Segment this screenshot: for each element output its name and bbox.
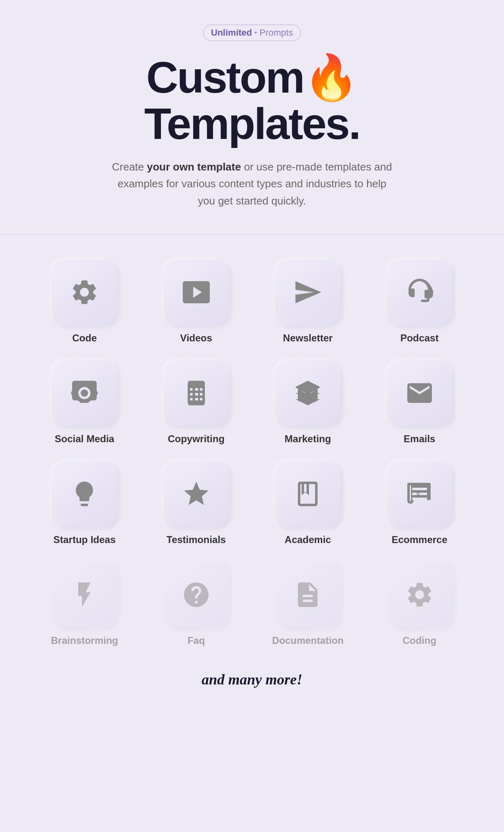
badge-unlimited: Unlimited <box>211 27 252 38</box>
icon-box-newsletter <box>275 259 341 325</box>
category-label-brainstorming: Brainstorming <box>51 635 118 646</box>
category-label-emails: Emails <box>404 433 435 445</box>
lightning-icon <box>70 580 99 609</box>
book-icon <box>293 479 322 509</box>
category-label-startup-ideas: Startup Ideas <box>53 534 116 546</box>
headphones-icon <box>405 277 434 307</box>
icon-box-marketing <box>275 360 341 426</box>
icon-box-social-media <box>52 360 117 426</box>
category-label-faq: Faq <box>187 635 205 646</box>
badge-dot: • <box>254 29 257 37</box>
category-label-academic: Academic <box>285 534 331 546</box>
category-item-copywriting[interactable]: Copywriting <box>145 360 248 445</box>
badge-prompts: Prompts <box>259 27 293 38</box>
category-label-testimonials: Testimonials <box>166 534 226 546</box>
icon-box-faq <box>163 562 229 627</box>
category-label-videos: Videos <box>180 332 212 344</box>
category-item-videos[interactable]: Videos <box>145 259 248 344</box>
category-item-brainstorming[interactable]: Brainstorming <box>33 562 136 646</box>
category-label-code: Code <box>72 332 97 344</box>
gear2-icon <box>405 580 434 609</box>
icon-box-ecommerce: $ <box>387 461 452 527</box>
category-label-documentation: Documentation <box>272 635 344 646</box>
hero-section: Unlimited • Prompts Custom🔥Templates. Cr… <box>0 0 504 234</box>
icon-box-testimonials <box>163 461 229 527</box>
category-label-social-media: Social Media <box>55 433 114 445</box>
bulb-icon <box>70 479 99 509</box>
category-item-emails[interactable]: Emails <box>368 360 472 445</box>
category-item-code[interactable]: Code <box>33 259 136 344</box>
question-icon <box>182 580 211 609</box>
category-item-podcast[interactable]: Podcast <box>368 259 472 344</box>
category-item-newsletter[interactable]: Newsletter <box>256 259 360 344</box>
category-item-social-media[interactable]: Social Media <box>33 360 136 445</box>
icon-box-podcast <box>387 259 452 325</box>
category-item-coding[interactable]: Coding <box>368 562 472 646</box>
receipt-icon: $ <box>405 479 434 509</box>
icon-box-startup-ideas <box>52 461 117 527</box>
icon-box-code <box>52 259 117 325</box>
category-label-copywriting: Copywriting <box>168 433 225 445</box>
category-label-newsletter: Newsletter <box>283 332 333 344</box>
category-grid: Code Videos Newsletter <box>33 259 471 646</box>
play-icon <box>182 277 211 307</box>
icon-box-brainstorming <box>52 562 117 627</box>
badge: Unlimited • Prompts <box>203 25 301 41</box>
category-label-coding: Coding <box>402 635 436 646</box>
email-open-icon <box>293 378 322 408</box>
icon-box-emails <box>387 360 452 426</box>
and-more-text: and many more! <box>33 671 471 688</box>
email-icon <box>405 378 434 408</box>
grid-section: Code Videos Newsletter <box>0 235 504 713</box>
category-label-ecommerce: Ecommerce <box>392 534 447 546</box>
hero-title: Custom🔥Templates. <box>144 54 360 147</box>
category-item-ecommerce[interactable]: $ Ecommerce <box>368 461 472 546</box>
star-icon <box>182 479 211 509</box>
category-label-podcast: Podcast <box>400 332 438 344</box>
ruler-pen-icon <box>182 378 211 408</box>
svg-text:$: $ <box>416 491 420 499</box>
category-item-marketing[interactable]: Marketing <box>256 360 360 445</box>
icon-box-academic <box>275 461 341 527</box>
hero-subtitle: Create your own template or use pre-made… <box>109 159 395 210</box>
document-icon <box>293 580 322 609</box>
category-item-documentation[interactable]: Documentation <box>256 562 360 646</box>
category-item-testimonials[interactable]: Testimonials <box>145 461 248 546</box>
icon-box-coding <box>387 562 452 627</box>
category-label-marketing: Marketing <box>285 433 331 445</box>
icon-box-documentation <box>275 562 341 627</box>
send-icon <box>293 277 322 307</box>
category-item-academic[interactable]: Academic <box>256 461 360 546</box>
category-item-faq[interactable]: Faq <box>145 562 248 646</box>
icon-box-copywriting <box>163 360 229 426</box>
gear-icon <box>70 277 99 307</box>
category-item-startup-ideas[interactable]: Startup Ideas <box>33 461 136 546</box>
camera-icon <box>70 378 99 408</box>
icon-box-videos <box>163 259 229 325</box>
